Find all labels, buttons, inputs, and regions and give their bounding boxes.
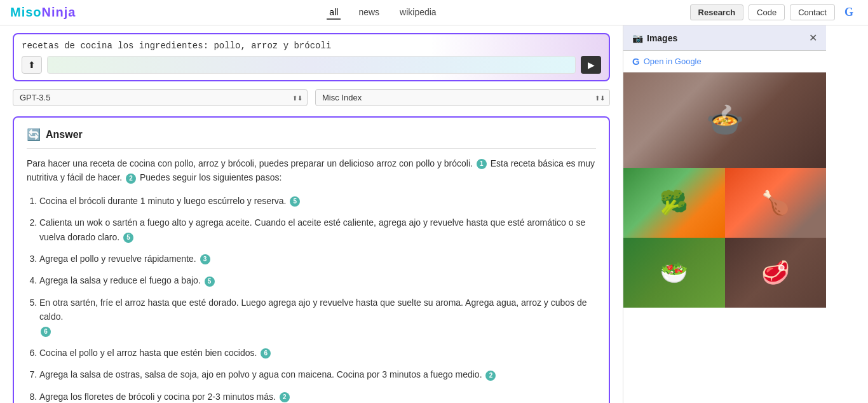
images-title: 📷 Images (632, 33, 677, 43)
cite-badge: 3 (200, 254, 210, 264)
open-in-google-button[interactable]: G Open in Google (623, 51, 826, 72)
contact-button[interactable]: Contact (790, 4, 835, 20)
cite-badge: 2 (280, 392, 290, 402)
food-images-row-2 (623, 168, 826, 238)
tab-news[interactable]: news (356, 6, 382, 20)
logo-suffix: Ninja (42, 5, 76, 19)
cite-badge-1: 1 (477, 159, 487, 169)
cite-badge: 6 (261, 348, 271, 359)
images-grid (623, 72, 826, 308)
images-header: 📷 Images ✕ (623, 25, 826, 51)
research-button[interactable]: Research (690, 4, 744, 20)
upload-button[interactable]: ⬆ (22, 56, 42, 74)
cite-badge-2: 2 (126, 174, 136, 184)
tab-wikipedia[interactable]: wikipedia (397, 6, 439, 20)
open-google-label: Open in Google (644, 57, 702, 66)
images-title-text: Images (647, 33, 677, 43)
food-image-3[interactable] (725, 168, 827, 238)
list-item: Cocina el pollo y el arroz hasta que est… (39, 346, 596, 360)
center-panel: recetas de cocina los ingredientes: poll… (0, 25, 623, 403)
model-select-wrapper: GPT-3.5 GPT-4 ⬆⬇ (13, 89, 308, 106)
step-text: Agrega el pollo y revuelve rápidamente. (39, 254, 196, 264)
index-select-wrapper: Misc Index General Index ⬆⬇ (315, 89, 610, 106)
answer-header: 🔄 Answer (27, 128, 596, 149)
list-item: En otra sartén, fríe el arroz hasta que … (39, 296, 596, 338)
step-text: Agrega los floretes de brócoli y cocina … (39, 392, 276, 402)
search-box: recetas de cocina los ingredientes: poll… (13, 33, 610, 81)
answer-title: Answer (46, 129, 83, 140)
index-select[interactable]: Misc Index General Index (315, 89, 610, 106)
answer-list: Cocina el brócoli durante 1 minuto y lue… (27, 194, 596, 403)
cite-badge: 2 (485, 371, 496, 381)
list-item: Agrega los floretes de brócoli y cocina … (39, 390, 596, 403)
list-item: Agrega la salsa de ostras, salsa de soja… (39, 367, 596, 381)
food-image-2[interactable] (623, 168, 725, 238)
answer-icon: 🔄 (27, 128, 41, 142)
step-text: Cocina el brócoli durante 1 minuto y lue… (39, 196, 286, 206)
header-right: Research Code Contact G (690, 4, 858, 22)
model-select[interactable]: GPT-3.5 GPT-4 (13, 89, 308, 106)
tab-all[interactable]: all (327, 6, 341, 20)
answer-intro-text3: Puedes seguir los siguientes pasos: (140, 172, 281, 182)
search-actions: ⬆ ▶ (22, 56, 601, 74)
nav-tabs: all news wikipedia (327, 6, 438, 20)
answer-intro-text1: Para hacer una receta de cocina con poll… (27, 158, 473, 168)
answer-intro: Para hacer una receta de cocina con poll… (27, 156, 596, 185)
step-text: En otra sartén, fríe el arroz hasta que … (39, 297, 587, 322)
search-query: recetas de cocina los ingredientes: poll… (22, 41, 601, 51)
step-text: Agrega la salsa y reduce el fuego a bajo… (39, 275, 201, 285)
food-images-row-3 (623, 238, 826, 308)
close-icon[interactable]: ✕ (809, 32, 817, 44)
step-text: Agrega la salsa de ostras, salsa de soja… (39, 369, 482, 379)
list-item: Cocina el brócoli durante 1 minuto y lue… (39, 194, 596, 208)
answer-box: 🔄 Answer Para hacer una receta de cocina… (13, 116, 610, 403)
food-image-4[interactable] (623, 238, 725, 308)
cite-badge: 6 (41, 327, 51, 337)
logo-prefix: Miso (10, 5, 42, 19)
selects-row: GPT-3.5 GPT-4 ⬆⬇ Misc Index General Inde… (13, 89, 610, 106)
list-item: Agrega el pollo y revuelve rápidamente. … (39, 252, 596, 266)
send-icon: ▶ (588, 60, 595, 70)
list-item: Calienta un wok o sartén a fuego alto y … (39, 215, 596, 244)
header: MisoNinja all news wikipedia Research Co… (0, 0, 868, 25)
upload-icon: ⬆ (28, 60, 36, 70)
list-item: Agrega la salsa y reduce el fuego a bajo… (39, 273, 596, 287)
step-text: Calienta un wok o sartén a fuego alto y … (39, 217, 585, 242)
logo: MisoNinja (10, 5, 76, 20)
search-bar-fill[interactable] (47, 56, 576, 74)
step-text: Cocina el pollo y el arroz hasta que est… (39, 348, 257, 358)
send-button[interactable]: ▶ (581, 56, 601, 74)
main: recetas de cocina los ingredientes: poll… (0, 25, 868, 403)
camera-icon: 📷 (632, 33, 643, 43)
food-image-5[interactable] (725, 238, 827, 308)
google-icon: G (632, 56, 640, 67)
code-button[interactable]: Code (749, 4, 785, 20)
google-button[interactable]: G (840, 4, 858, 22)
cite-badge: 5 (123, 233, 133, 243)
right-panel: 📷 Images ✕ G Open in Google (623, 25, 826, 403)
cite-badge: 5 (290, 196, 300, 207)
cite-badge: 5 (205, 277, 215, 287)
food-image-1[interactable] (623, 72, 826, 168)
